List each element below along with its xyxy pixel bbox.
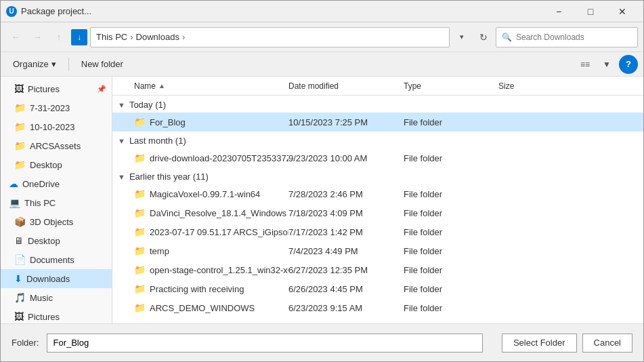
view-dropdown-button[interactable]: ▼ [597, 55, 616, 74]
sidebar-item-label: 10-10-2023 [30, 122, 75, 132]
sidebar-item-arcs-assets[interactable]: 📁 ARCSAssets [1, 136, 112, 155]
file-type: File folder [404, 246, 498, 256]
file-row[interactable]: 📁 MagicaVoxel-0.99.7.1-win64 7/28/2023 2… [112, 184, 643, 203]
help-button[interactable]: ? [619, 55, 638, 74]
folder-input[interactable] [47, 334, 482, 353]
sidebar-item-label: Pictures [28, 312, 60, 322]
sidebar-item-label: Downloads [26, 274, 70, 284]
cancel-button[interactable]: Cancel [582, 334, 632, 353]
path-bar[interactable]: This PC › Downloads › [90, 27, 450, 47]
folder-icon: 📁 [14, 121, 26, 132]
up-button[interactable]: ↑ [49, 28, 68, 47]
file-date: 6/26/2023 4:45 PM [288, 284, 404, 294]
file-type: File folder [404, 189, 498, 199]
sidebar-item-label: Documents [30, 255, 74, 265]
sidebar-item-label: 3D Objects [30, 217, 73, 227]
sidebar-item-3d-objects[interactable]: 📦 3D Objects [1, 212, 112, 231]
file-name: 📁 Practicing with receiving [112, 283, 288, 294]
group-label: Last month (1) [129, 136, 186, 146]
forward-button[interactable]: → [28, 28, 47, 47]
organize-button[interactable]: Organize ▾ [6, 55, 63, 74]
file-date: 6/23/2023 9:15 AM [288, 303, 404, 313]
app-icon: U [6, 6, 17, 17]
group-header-today[interactable]: ▼ Today (1) [112, 96, 643, 113]
file-type: File folder [404, 265, 498, 275]
action-buttons: Select Folder Cancel [502, 334, 632, 353]
title-bar-controls: − □ ✕ [543, 1, 638, 22]
folder-icon: 📄 [14, 254, 26, 265]
folder-icon: 🖼 [14, 83, 24, 94]
column-type[interactable]: Type [404, 81, 498, 91]
file-name: 📁 2023-07-17 09.51.17 ARCS_iGipson Paper… [112, 226, 288, 237]
sidebar-item-pictures2[interactable]: 🖼 Pictures [1, 307, 112, 323]
group-label: Earlier this year (11) [129, 172, 209, 182]
sidebar-item-label: OneDrive [22, 179, 60, 189]
minimize-button[interactable]: − [543, 1, 574, 22]
view-toggle-button[interactable]: ≡≡ [576, 55, 595, 74]
file-list-header: Name ▲ Date modified Type Size [112, 77, 643, 96]
group-header-last-month[interactable]: ▼ Last month (1) [112, 132, 643, 148]
dropdown-button[interactable]: ▾ [452, 28, 471, 47]
refresh-button[interactable]: ↻ [474, 28, 493, 47]
folder-icon: 🎵 [14, 292, 26, 303]
search-box: 🔍 [496, 27, 638, 47]
file-row[interactable]: 📁 ARCS_DEMO 6/22/2023 4:25 PM File folde… [112, 317, 643, 323]
close-button[interactable]: ✕ [607, 1, 638, 22]
file-row[interactable]: 📁 ARCS_DEMO_WINDOWS 6/23/2023 9:15 AM Fi… [112, 298, 643, 317]
search-input[interactable] [516, 33, 632, 42]
file-row[interactable]: 📁 For_Blog 10/15/2023 7:25 PM File folde… [112, 113, 643, 132]
sidebar-item-label: 7-31-2023 [30, 103, 70, 113]
file-date: 7/18/2023 4:09 PM [288, 208, 404, 218]
file-row[interactable]: 📁 Practicing with receiving 6/26/2023 4:… [112, 279, 643, 298]
sidebar-item-music[interactable]: 🎵 Music [1, 288, 112, 307]
column-size[interactable]: Size [498, 81, 566, 91]
file-name: 📁 drive-download-20230705T235337Z-001 [112, 153, 288, 163]
select-folder-button[interactable]: Select Folder [502, 334, 577, 353]
path-downloads[interactable]: Downloads [136, 32, 179, 42]
file-date: 7/17/2023 1:42 PM [288, 227, 404, 237]
sidebar-item-downloads[interactable]: ⬇ Downloads [1, 269, 112, 288]
sidebar-item-onedrive[interactable]: ☁ OneDrive [1, 174, 112, 193]
file-date: 9/23/2023 10:00 AM [288, 153, 404, 163]
sidebar-item-7-31[interactable]: 📁 7-31-2023 [1, 98, 112, 117]
sidebar-item-documents[interactable]: 📄 Documents [1, 250, 112, 269]
file-row[interactable]: 📁 open-stage-control_1.25.1_win32-x64 6/… [112, 260, 643, 279]
sidebar: 🖼 Pictures 📌 📁 7-31-2023 📁 10-10-2023 📁 … [1, 77, 112, 323]
folder-icon: 📁 [14, 140, 26, 151]
file-row[interactable]: 📁 temp 7/4/2023 4:49 PM File folder [112, 241, 643, 260]
file-name: 📁 open-stage-control_1.25.1_win32-x64 [112, 264, 288, 275]
sidebar-item-desktop-pin[interactable]: 📁 Desktop [1, 155, 112, 174]
file-name: 📁 temp [112, 245, 288, 256]
folder-icon: 📁 [134, 283, 146, 294]
file-name: 📁 MagicaVoxel-0.99.7.1-win64 [112, 188, 288, 199]
file-date: 7/4/2023 4:49 PM [288, 246, 404, 256]
column-name[interactable]: Name ▲ [112, 81, 288, 91]
folder-label: Folder: [12, 338, 39, 348]
navigation-bar: ← → ↑ ↓ This PC › Downloads › ▾ ↻ 🔍 [1, 22, 643, 52]
onedrive-icon: ☁ [9, 178, 18, 189]
sidebar-item-this-pc[interactable]: 💻 This PC [1, 193, 112, 212]
folder-icon: 📁 [134, 153, 146, 163]
file-row[interactable]: 📁 DaVinci_Resolve_18.1.4_Windows 7/18/20… [112, 203, 643, 222]
folder-icon: 📁 [14, 102, 26, 113]
maximize-button[interactable]: □ [575, 1, 606, 22]
folder-icon: 📁 [134, 245, 146, 256]
file-row[interactable]: 📁 drive-download-20230705T235337Z-001 9/… [112, 148, 643, 167]
folder-icon: 📁 [134, 207, 146, 218]
folder-icon: 🖥 [14, 235, 24, 246]
sidebar-item-desktop[interactable]: 🖥 Desktop [1, 231, 112, 250]
file-type: File folder [404, 208, 498, 218]
group-header-earlier[interactable]: ▼ Earlier this year (11) [112, 167, 643, 184]
sidebar-item-label: Music [30, 293, 53, 303]
column-date[interactable]: Date modified [288, 81, 404, 91]
file-row[interactable]: 📁 2023-07-17 09.51.17 ARCS_iGipson Paper… [112, 222, 643, 241]
folder-icon: 📦 [14, 216, 26, 227]
downloads-icon: ⬇ [14, 273, 22, 284]
path-this-pc[interactable]: This PC [96, 32, 127, 42]
back-button[interactable]: ← [6, 28, 25, 47]
sidebar-item-10-10[interactable]: 📁 10-10-2023 [1, 117, 112, 136]
new-folder-button[interactable]: New folder [74, 55, 130, 74]
folder-icon: 📁 [134, 188, 146, 199]
sidebar-item-pictures-pinned[interactable]: 🖼 Pictures 📌 [1, 79, 112, 98]
file-date: 10/15/2023 7:25 PM [288, 117, 404, 127]
